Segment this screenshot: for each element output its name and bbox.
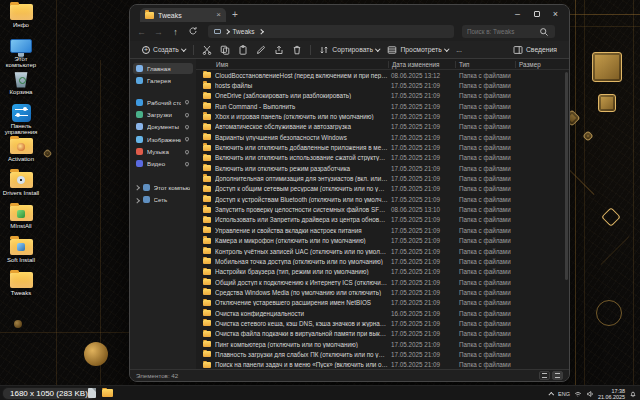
- details-pane-button[interactable]: Сведения: [509, 43, 561, 57]
- file-row[interactable]: Плавность загрузки для слабых ПК (отключ…: [196, 349, 569, 359]
- file-row[interactable]: Включить или отключить добавленные прило…: [196, 142, 569, 152]
- column-header-size[interactable]: Размер: [515, 61, 569, 68]
- sidebar-item[interactable]: Главная: [133, 63, 193, 75]
- pin-icon: [184, 100, 190, 106]
- desktop-icon[interactable]: Этот компьютер: [0, 37, 42, 71]
- desktop-icon[interactable]: Tweaks: [0, 271, 42, 305]
- file-row[interactable]: Варианты улучшения безопасности Windows …: [196, 132, 569, 142]
- desktop-icon[interactable]: Панель управления: [0, 104, 42, 138]
- file-row[interactable]: CloudВосстановлениеHost (перед включение…: [196, 70, 569, 80]
- column-header-name[interactable]: Имя: [196, 61, 388, 68]
- search-input[interactable]: [467, 28, 539, 35]
- file-row[interactable]: Доступ к устройствам Bluetooth (отключит…: [196, 194, 569, 204]
- sidebar-item[interactable]: Изображения: [133, 133, 193, 145]
- sidebar-item[interactable]: Рабочий стол: [133, 97, 193, 109]
- maximize-button[interactable]: [527, 7, 546, 20]
- file-row[interactable]: Xbox и игровая панель (отключить или по …: [196, 111, 569, 121]
- sidebar-item[interactable]: Видео: [133, 158, 193, 170]
- address-segment[interactable]: Tweaks: [233, 28, 255, 35]
- scrollbar[interactable]: [565, 72, 568, 280]
- file-row[interactable]: Запустить проверку целостности системных…: [196, 204, 569, 214]
- notification-bell-icon[interactable]: [629, 390, 637, 398]
- details-view-button[interactable]: [552, 371, 563, 380]
- file-row[interactable]: Камера и микрофон (отключить или по умол…: [196, 236, 569, 246]
- sidebar-item[interactable]: Музыка: [133, 146, 193, 158]
- desktop-icon[interactable]: MInstAll: [0, 204, 42, 238]
- file-row[interactable]: Автоматическое обслуживание и автозагруз…: [196, 122, 569, 132]
- file-date-modified: 17.05.2025 21:09: [388, 248, 456, 255]
- sidebar-item[interactable]: Галерея: [133, 75, 193, 87]
- chevron-right-icon[interactable]: [135, 196, 139, 203]
- desktop-icon-label: Soft Install: [1, 257, 41, 264]
- share-button[interactable]: [270, 43, 288, 57]
- file-row[interactable]: OneDrive (заблокировать или разблокирова…: [196, 91, 569, 101]
- file-row[interactable]: Очистка сетевого кеша, кэш DNS, кэша зна…: [196, 318, 569, 328]
- volume-icon[interactable]: [586, 390, 594, 398]
- sidebar-item[interactable]: Загрузки: [133, 109, 193, 121]
- address-bar[interactable]: Tweaks: [208, 25, 454, 38]
- file-row[interactable]: Очистка файла подкачки в виртуальной пам…: [196, 329, 569, 339]
- sidebar-item[interactable]: Этот компьютер: [133, 182, 193, 194]
- system-tray: ENG 17:38 21.06.2025: [550, 386, 637, 400]
- paste-button[interactable]: [234, 43, 252, 57]
- delete-button[interactable]: [288, 43, 306, 57]
- more-button[interactable]: ...: [452, 43, 466, 57]
- view-button[interactable]: Просмотреть: [383, 43, 452, 57]
- file-row[interactable]: Контроль учётных записей UAC (отключить …: [196, 246, 569, 256]
- minimize-button[interactable]: –: [508, 7, 527, 20]
- file-row[interactable]: Включить или отключить использование сжа…: [196, 153, 569, 163]
- clock[interactable]: 17:38 21.06.2025: [598, 388, 625, 400]
- file-row[interactable]: Доступ к общим сетевым ресурсам (отключи…: [196, 184, 569, 194]
- copy-button[interactable]: [216, 43, 234, 57]
- close-button[interactable]: ×: [546, 7, 565, 20]
- column-header-date[interactable]: Дата изменения: [388, 61, 455, 68]
- rename-button[interactable]: [252, 43, 270, 57]
- refresh-button[interactable]: [185, 26, 200, 38]
- file-row[interactable]: Мобильная точка доступа (отключить или п…: [196, 256, 569, 266]
- file-row[interactable]: Пинг компьютера (отключить или по умолча…: [196, 339, 569, 349]
- tab-close-icon[interactable]: ×: [216, 11, 221, 19]
- desktop-icon[interactable]: Drivers Install: [0, 171, 42, 205]
- up-button[interactable]: ↑: [168, 27, 183, 37]
- cut-button[interactable]: [198, 43, 216, 57]
- file-row[interactable]: hosts файлы 17.05.2025 21:09 Папка с фай…: [196, 80, 569, 90]
- desktop-icon[interactable]: Инфо: [0, 3, 42, 37]
- sidebar-item[interactable]: Документы: [133, 121, 193, 133]
- file-row[interactable]: Использовать или Запретить драйвера из ц…: [196, 215, 569, 225]
- file-row[interactable]: Очистка конфиденциальности 16.05.2025 21…: [196, 308, 569, 318]
- sidebar-item[interactable]: Сеть: [133, 194, 193, 206]
- file-row[interactable]: Включить или отключить режим разработчик…: [196, 163, 569, 173]
- file-date-modified: 08.06.2025 13:12: [388, 72, 456, 79]
- tab-tweaks[interactable]: Tweaks ×: [140, 8, 226, 22]
- wifi-icon[interactable]: [574, 390, 582, 398]
- file-row[interactable]: Общий доступ к подключению к Интернету I…: [196, 277, 569, 287]
- language-indicator[interactable]: ENG: [558, 391, 570, 397]
- file-row[interactable]: Поиск на панели задач и в меню «Пуск» (в…: [196, 360, 569, 369]
- file-row[interactable]: Управление и свойства вкладки настроек п…: [196, 225, 569, 235]
- hidden-icons-chevron-icon[interactable]: [549, 391, 555, 397]
- document-app-icon[interactable]: [88, 388, 96, 398]
- file-row[interactable]: Отключение устаревшего расширения имен N…: [196, 298, 569, 308]
- new-tab-button[interactable]: +: [232, 8, 238, 22]
- file-type: Папка с файлами: [456, 351, 516, 358]
- control-panel-icon: [12, 104, 31, 122]
- desktop-icon[interactable]: Soft Install: [0, 238, 42, 272]
- file-row[interactable]: Run Command - Выполнить 17.05.2025 21:09…: [196, 101, 569, 111]
- folder-icon: [203, 124, 211, 130]
- search-box[interactable]: [462, 25, 555, 38]
- sort-button[interactable]: Сортировать: [315, 43, 383, 57]
- chevron-right-icon[interactable]: [135, 184, 139, 191]
- list-view-button[interactable]: [539, 371, 550, 380]
- back-button[interactable]: ←: [134, 27, 149, 37]
- file-row[interactable]: Дополнительная оптимизация для энтузиаст…: [196, 173, 569, 183]
- desktop-icon[interactable]: Корзина: [0, 70, 42, 104]
- column-header-type[interactable]: Тип: [455, 61, 515, 68]
- file-row[interactable]: Настройки браузера (тип, режим или по ум…: [196, 267, 569, 277]
- titlebar[interactable]: Tweaks × + – ×: [130, 5, 569, 22]
- new-button[interactable]: + Создать: [138, 43, 189, 57]
- file-explorer-icon[interactable]: [102, 389, 113, 397]
- file-row[interactable]: Средства Windows Media (по умолчанию или…: [196, 287, 569, 297]
- desktop-icon[interactable]: Activation: [0, 137, 42, 171]
- forward-button[interactable]: →: [151, 27, 166, 37]
- folder-icon: [203, 331, 211, 337]
